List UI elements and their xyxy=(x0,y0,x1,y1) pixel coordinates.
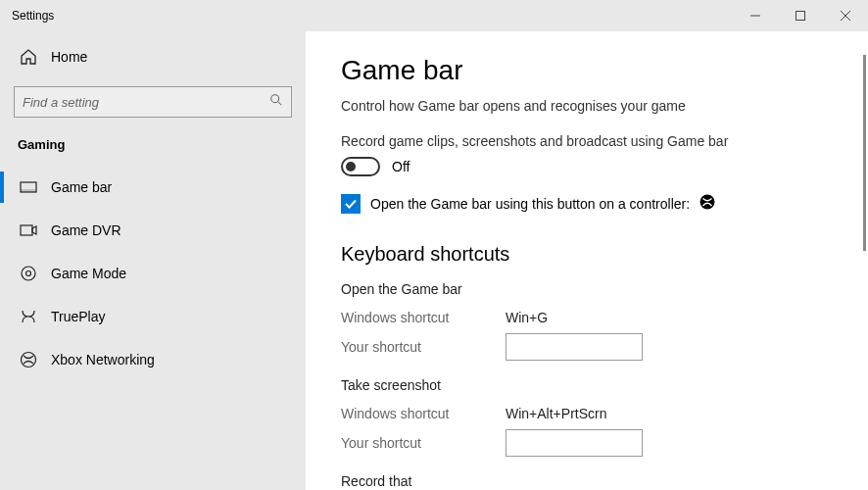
window-controls xyxy=(733,0,868,31)
toggle-knob xyxy=(346,162,356,172)
shortcut-row: Your shortcut xyxy=(341,428,868,458)
sidebar-item-label: Game DVR xyxy=(51,222,121,238)
main-panel: Game bar Control how Game bar opens and … xyxy=(306,31,868,490)
content: Home Gaming Game bar Game DVR xyxy=(0,31,868,490)
scrollbar[interactable] xyxy=(863,55,866,251)
svg-rect-1 xyxy=(796,12,805,21)
sidebar-item-label: Game Mode xyxy=(51,266,126,281)
window-title: Settings xyxy=(0,9,733,23)
trueplay-icon xyxy=(20,308,37,325)
svg-point-4 xyxy=(271,95,279,103)
minimize-button[interactable] xyxy=(733,0,778,31)
sidebar-item-label: Xbox Networking xyxy=(51,352,155,368)
svg-line-5 xyxy=(278,102,282,106)
record-setting-label: Record game clips, screenshots and broad… xyxy=(341,133,868,149)
your-shortcut-input[interactable] xyxy=(506,333,643,361)
search-icon xyxy=(269,93,283,111)
sidebar-item-game-bar[interactable]: Game bar xyxy=(0,166,306,209)
shortcut-group-title: Take screenshot xyxy=(341,377,868,393)
svg-point-10 xyxy=(26,271,31,276)
your-shortcut-label: Your shortcut xyxy=(341,339,506,355)
windows-shortcut-label: Windows shortcut xyxy=(341,406,506,421)
sidebar: Home Gaming Game bar Game DVR xyxy=(0,31,306,490)
sidebar-item-game-mode[interactable]: Game Mode xyxy=(0,252,306,295)
sidebar-item-game-dvr[interactable]: Game DVR xyxy=(0,209,306,252)
windows-shortcut-value: Win+Alt+PrtScrn xyxy=(506,406,606,421)
your-shortcut-label: Your shortcut xyxy=(341,435,506,451)
controller-check-label: Open the Game bar using this button on a… xyxy=(370,196,690,212)
shortcut-group-title: Open the Game bar xyxy=(341,281,868,297)
home-icon xyxy=(20,48,37,66)
game-bar-icon xyxy=(20,178,37,196)
sidebar-item-xbox-networking[interactable]: Xbox Networking xyxy=(0,338,306,381)
sidebar-item-label: Game bar xyxy=(51,179,112,195)
search-box[interactable] xyxy=(14,86,292,118)
titlebar: Settings xyxy=(0,0,868,31)
windows-shortcut-label: Windows shortcut xyxy=(341,310,506,325)
controller-checkbox[interactable] xyxy=(341,194,361,214)
shortcut-row: Windows shortcut Win+Alt+PrtScrn xyxy=(341,399,868,428)
xbox-networking-icon xyxy=(20,351,37,368)
shortcut-row: Windows shortcut Win+G xyxy=(341,303,868,332)
svg-point-12 xyxy=(700,195,715,210)
game-mode-icon xyxy=(20,265,37,282)
page-title: Game bar xyxy=(341,55,868,86)
xbox-logo-icon xyxy=(699,194,715,214)
record-toggle[interactable] xyxy=(341,157,380,176)
sidebar-item-label: TruePlay xyxy=(51,309,106,324)
shortcut-group-open-gamebar: Open the Game bar Windows shortcut Win+G… xyxy=(341,281,868,362)
search-input[interactable] xyxy=(23,95,269,110)
controller-check-row: Open the Game bar using this button on a… xyxy=(341,194,868,214)
your-shortcut-input[interactable] xyxy=(506,429,643,457)
close-button[interactable] xyxy=(823,0,868,31)
dvr-icon xyxy=(20,221,37,239)
shortcut-row: Your shortcut xyxy=(341,332,868,362)
home-label: Home xyxy=(51,49,87,65)
svg-point-9 xyxy=(22,267,35,280)
shortcuts-heading: Keyboard shortcuts xyxy=(341,243,868,266)
svg-rect-7 xyxy=(21,189,36,192)
record-toggle-row: Off xyxy=(341,157,868,176)
shortcut-group-title: Record that xyxy=(341,473,868,489)
home-nav[interactable]: Home xyxy=(0,35,306,78)
page-subtitle: Control how Game bar opens and recognise… xyxy=(341,98,868,114)
windows-shortcut-value: Win+G xyxy=(506,310,548,325)
shortcut-group-take-screenshot: Take screenshot Windows shortcut Win+Alt… xyxy=(341,377,868,458)
shortcut-group-record-that: Record that xyxy=(341,473,868,489)
toggle-state-text: Off xyxy=(392,159,410,174)
maximize-button[interactable] xyxy=(778,0,823,31)
section-label: Gaming xyxy=(0,131,306,166)
search-wrap xyxy=(0,78,306,131)
svg-rect-8 xyxy=(21,225,32,235)
sidebar-item-trueplay[interactable]: TruePlay xyxy=(0,295,306,338)
svg-point-11 xyxy=(22,353,36,368)
